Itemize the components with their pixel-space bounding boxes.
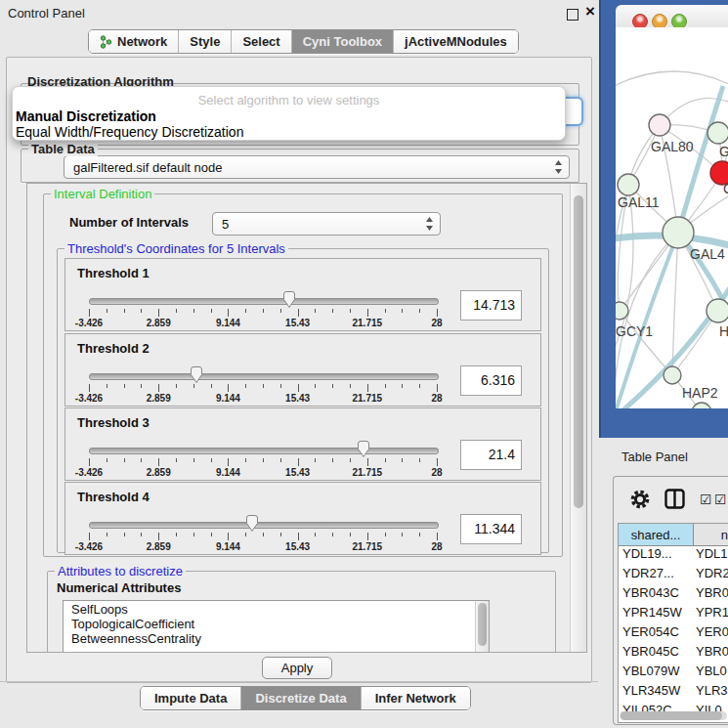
- network-node-GAL80[interactable]: [649, 114, 670, 136]
- network-node-H[interactable]: [707, 299, 728, 322]
- stepper-icon: [554, 160, 569, 174]
- network-node-label: GCY1: [616, 323, 653, 339]
- settings-scrollbar-thumb[interactable]: [574, 195, 583, 508]
- table-column-header[interactable]: shared...: [619, 524, 694, 545]
- tick-label: 21.715: [353, 393, 383, 404]
- table-data-combobox[interactable]: galFiltered.sif default node: [64, 155, 570, 179]
- numerical-attributes-list[interactable]: SelfLoopsTopologicalCoefficientBetweenne…: [63, 600, 490, 653]
- tick-mark: [437, 384, 438, 392]
- tab-discretize-data[interactable]: Discretize Data: [240, 687, 360, 709]
- tick-label: 15.43: [285, 467, 310, 478]
- table-row[interactable]: YDL19...YDL1: [619, 546, 728, 566]
- slider-track[interactable]: [89, 522, 439, 529]
- table-cell: YER054C: [619, 624, 693, 644]
- slider-thumb[interactable]: [189, 365, 204, 388]
- slider-thumb[interactable]: [356, 440, 371, 462]
- top-tab-bar: NetworkStyleSelectCyni ToolboxjActiveMNo…: [88, 29, 519, 54]
- tick-mark: [228, 309, 229, 317]
- number-of-intervals-combobox[interactable]: 5: [212, 212, 441, 236]
- threshold-value-field[interactable]: 21.4: [460, 440, 522, 470]
- gear-icon[interactable]: [629, 489, 651, 514]
- table-row[interactable]: YDR27...YDR2: [619, 566, 728, 585]
- tick-mark: [402, 533, 403, 536]
- split-view-icon[interactable]: [664, 489, 685, 513]
- network-edge[interactable]: [616, 71, 728, 86]
- network-node-GAL4[interactable]: [663, 217, 694, 248]
- tick-mark: [332, 384, 333, 388]
- slider-thumb[interactable]: [244, 514, 260, 536]
- tick-mark: [315, 533, 316, 536]
- table-row[interactable]: YLR345WYLR3: [619, 683, 728, 703]
- table-row[interactable]: YPR145WYPR1: [619, 605, 728, 624]
- tick-mark: [124, 458, 125, 462]
- network-window-titlebar[interactable]: [616, 5, 728, 28]
- application-root: Control Panel × NetworkStyleSelectCyni T…: [0, 0, 728, 728]
- network-node-label: H: [719, 323, 728, 339]
- slider-track[interactable]: [89, 298, 439, 305]
- close-icon[interactable]: ×: [585, 2, 595, 21]
- node-attribute-table[interactable]: shared...n YDL19...YDL1YDR27...YDR2YBR04…: [618, 523, 728, 723]
- tick-label: 2.859: [147, 541, 171, 552]
- threshold-value-field[interactable]: 11.344: [460, 514, 522, 544]
- tab-infer-network[interactable]: Infer Network: [361, 687, 470, 709]
- algorithm-option[interactable]: Manual Discretization: [16, 108, 156, 124]
- checkbox-icon[interactable]: ☑: [714, 492, 727, 507]
- tick-mark: [298, 309, 299, 317]
- checkbox-icon[interactable]: ☑: [700, 492, 712, 507]
- tick-mark: [211, 309, 212, 313]
- table-horizontal-scrollbar-thumb[interactable]: [621, 711, 722, 720]
- table-cell: YPR145W: [619, 605, 693, 624]
- tick-label: 2.859: [147, 467, 171, 478]
- tick-mark: [211, 458, 212, 462]
- tick-mark: [437, 533, 438, 540]
- network-node-GCY1[interactable]: [616, 302, 628, 320]
- tick-label: 28: [431, 393, 442, 404]
- network-view-window[interactable]: GAL80GACGAL11GAL4GCY1HHAP2: [599, 0, 728, 438]
- tab-select[interactable]: Select: [231, 30, 290, 53]
- table-row[interactable]: YBL079WYBL0: [619, 664, 728, 683]
- table-horizontal-scrollbar[interactable]: [620, 711, 727, 720]
- apply-button[interactable]: Apply: [262, 657, 332, 679]
- tick-mark: [419, 533, 420, 536]
- attribute-list-item[interactable]: SelfLoops: [64, 601, 489, 616]
- tick-mark: [419, 458, 420, 462]
- table-header-row: shared...n: [619, 524, 728, 546]
- thresholds-group-label: Threshold's Coordinates for 5 Intervals: [64, 241, 288, 256]
- tab-cyni-toolbox[interactable]: Cyni Toolbox: [291, 30, 393, 53]
- table-row[interactable]: YER054CYER0: [619, 624, 728, 644]
- threshold-value-field[interactable]: 6.316: [460, 365, 522, 396]
- algorithm-option[interactable]: Equal Width/Frequency Discretization: [16, 124, 243, 140]
- tick-mark: [176, 384, 177, 388]
- tick-mark: [385, 533, 386, 536]
- tab-style[interactable]: Style: [178, 30, 231, 53]
- tick-mark: [263, 309, 264, 313]
- network-edge-highlighted[interactable]: [678, 86, 723, 233]
- table-row[interactable]: YBR043CYBR0: [619, 585, 728, 605]
- network-node-node-topright[interactable]: [707, 122, 728, 144]
- attribute-list-item[interactable]: BetweennessCentrality: [64, 630, 489, 645]
- table-row[interactable]: YBR045CYBR0: [619, 644, 728, 664]
- threshold-label: Threshold 1: [77, 266, 150, 280]
- network-canvas[interactable]: GAL80GACGAL11GAL4GCY1HHAP2: [616, 27, 728, 408]
- network-node-GAL11[interactable]: [618, 174, 639, 195]
- tick-mark: [245, 384, 246, 388]
- tick-label: -3.426: [75, 541, 103, 552]
- tab-label: Network: [117, 34, 167, 49]
- threshold-value-field[interactable]: 14.713: [460, 290, 522, 321]
- tab-network[interactable]: Network: [89, 30, 178, 53]
- network-node-HAP2[interactable]: [664, 366, 681, 384]
- tab-impute-data[interactable]: Impute Data: [141, 687, 240, 709]
- threshold-panel: Threshold 3-3.4262.8599.14415.4321.71528…: [64, 407, 541, 481]
- attributes-scrollbar-thumb[interactable]: [478, 603, 487, 646]
- tab-label: Select: [242, 34, 279, 49]
- slider-thumb[interactable]: [281, 290, 297, 313]
- table-column-header[interactable]: n: [694, 524, 728, 545]
- tab-jactivemnodules[interactable]: jActiveMNodules: [393, 30, 518, 53]
- float-window-icon[interactable]: [567, 9, 578, 21]
- settings-scrollbar[interactable]: [570, 184, 586, 652]
- attributes-scrollbar[interactable]: [475, 601, 489, 653]
- slider-track[interactable]: [89, 448, 439, 454]
- attribute-list-item[interactable]: TopologicalCoefficient: [64, 616, 489, 630]
- slider-track[interactable]: [89, 373, 439, 380]
- tick-mark: [89, 384, 90, 392]
